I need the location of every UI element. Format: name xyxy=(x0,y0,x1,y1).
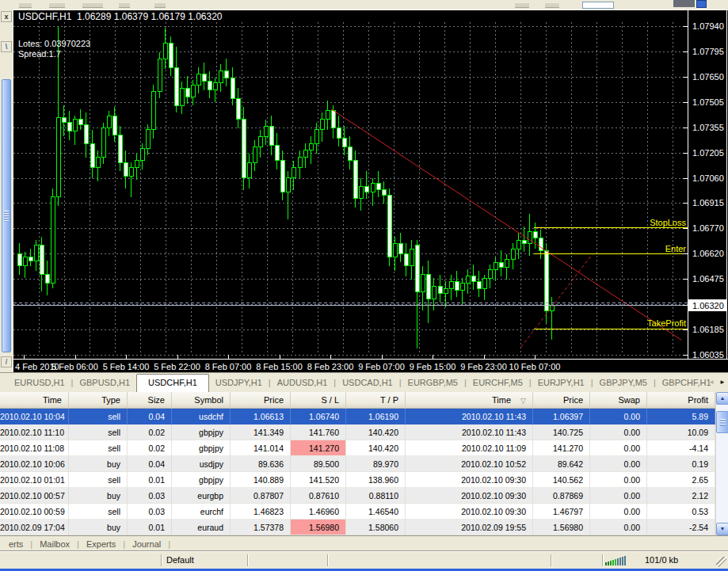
scroll-right-icon[interactable]: ► xyxy=(719,379,726,386)
candle-body xyxy=(174,67,178,105)
price-axis-label: 1.06915 xyxy=(692,198,724,207)
candle-body xyxy=(320,120,324,130)
terminal-tab-journal[interactable]: Journal xyxy=(125,539,168,549)
candle-body xyxy=(213,83,217,90)
table-row[interactable]: 2010.02.10 10:06buy0.04usdjpy89.63689.50… xyxy=(0,456,728,472)
scroll-down-icon[interactable]: ▼ xyxy=(716,523,728,535)
cell-size: 0.04 xyxy=(128,409,172,424)
current-price-label: 1.06320 xyxy=(692,301,724,310)
table-row[interactable]: 2010.02.10 00:59sell0.03eurchf1.468231.4… xyxy=(0,504,728,520)
cell-open_price: 1.06613 xyxy=(231,409,291,424)
scroll-up-icon[interactable]: ▲ xyxy=(716,392,728,405)
column-header-close_time[interactable]: Time▽ xyxy=(406,392,533,408)
signal-bar xyxy=(619,558,621,565)
line-tool-button[interactable]: \ xyxy=(1,41,12,52)
column-header-profit[interactable]: Profit xyxy=(647,392,715,408)
terminal-tab-erts[interactable]: erts xyxy=(2,539,30,549)
profile-label[interactable]: Default xyxy=(166,555,194,565)
toolbar-fragment xyxy=(49,3,65,8)
candle-body xyxy=(550,306,554,311)
time-axis[interactable]: 4 Feb 20105 Feb 06:005 Feb 14:005 Feb 22… xyxy=(13,360,728,372)
cell-swap: 0.00 xyxy=(590,488,647,504)
table-row[interactable]: 2010.02.10 00:57buy0.03eurgbp0.878070.87… xyxy=(0,488,728,504)
cell-symbol: gbpjpy xyxy=(172,424,231,440)
price-chart[interactable]: StopLossEnterTakeProfit1.079401.077951.0… xyxy=(13,10,728,360)
candle-body xyxy=(56,117,60,196)
column-header-tp[interactable]: T / P xyxy=(346,392,406,408)
chart-tab-gbpusd-h1[interactable]: GBPUSD,H1 xyxy=(73,374,136,393)
price-axis-label: 1.06185 xyxy=(692,325,724,334)
cell-type: sell xyxy=(69,504,128,520)
time-axis-label: 5 Feb 14:00 xyxy=(103,362,150,371)
column-header-open_price[interactable]: Price xyxy=(231,392,291,408)
cell-open_price: 1.46823 xyxy=(231,504,291,520)
cell-tp: 138.960 xyxy=(346,472,406,488)
chart-tab-eurusd-h1[interactable]: EURUSD,H1 xyxy=(8,374,71,393)
cell-size: 0.04 xyxy=(128,456,172,472)
candle-body xyxy=(444,288,448,294)
cell-size: 0.02 xyxy=(128,424,172,440)
scroll-left-icon[interactable]: ◄ xyxy=(708,379,715,386)
chart-tab-eurchf-m5[interactable]: EURCHF,M5 xyxy=(467,374,529,393)
cell-tp: 1.06190 xyxy=(346,409,406,424)
toolbar-fragment xyxy=(515,3,529,8)
candle-body xyxy=(101,128,105,158)
table-row[interactable]: 2010.02.09 17:04buy0.01euraud1.573781.56… xyxy=(0,520,728,535)
candle-body xyxy=(280,161,284,192)
toolbar-combobox-fragment[interactable] xyxy=(582,2,614,9)
column-header-sl[interactable]: S / L xyxy=(291,392,346,408)
column-header-symbol[interactable]: Symbol xyxy=(172,392,231,408)
chart-tab-gbpjpy-m5[interactable]: GBPJPY,M5 xyxy=(593,374,654,393)
candle-body xyxy=(376,183,380,190)
candle-body xyxy=(298,158,302,168)
price-axis-label: 1.07060 xyxy=(692,173,724,183)
candle-body xyxy=(460,284,464,291)
cell-sl: 89.500 xyxy=(291,456,346,472)
column-header-size[interactable]: Size xyxy=(128,392,172,408)
close-icon[interactable]: x xyxy=(1,11,12,22)
candle-body xyxy=(135,161,139,168)
toolbar-fragment xyxy=(154,3,166,8)
vertical-scrollbar[interactable] xyxy=(2,79,11,352)
table-row[interactable]: 2010.02.10 11:10sell0.02gbpjpy141.349141… xyxy=(0,424,728,440)
candle-body xyxy=(163,44,167,59)
cell-symbol: euraud xyxy=(172,520,231,535)
candle-body xyxy=(40,246,44,275)
cell-tp: 140.420 xyxy=(346,424,406,440)
chart-tab-usdchf-h1[interactable]: USDCHF,H1 xyxy=(136,374,209,393)
resize-grip[interactable] xyxy=(716,557,726,567)
candle-body xyxy=(421,275,425,292)
table-scrollbar[interactable]: ▲ ▼ xyxy=(715,392,728,535)
cell-size: 0.01 xyxy=(128,472,172,488)
chart-tab-eurgbp-m5[interactable]: EURGBP,M5 xyxy=(402,374,464,393)
terminal-tab-experts[interactable]: Experts xyxy=(79,539,123,549)
column-header-close_price[interactable]: Price xyxy=(533,392,590,408)
candle-body xyxy=(23,257,27,266)
table-row[interactable]: 2010.02.10 01:01sell0.01gbpjpy140.889141… xyxy=(0,472,728,488)
table-row[interactable]: 2010.02.10 10:04sell0.04usdchf1.066131.0… xyxy=(0,409,728,424)
column-header-open_time[interactable]: Time xyxy=(0,392,69,408)
cell-open_time: 2010.02.10 00:57 xyxy=(0,488,69,504)
cell-close_time: 2010.02.10 09:30 xyxy=(406,488,533,504)
chart-tab-bar: EURUSD,H1|GBPUSD,H1USDCHF,H1USDJPY,H1|AU… xyxy=(0,372,728,392)
column-header-swap[interactable]: Swap xyxy=(590,392,647,408)
column-header-type[interactable]: Type xyxy=(69,392,128,408)
toolbar-icon[interactable] xyxy=(696,0,707,8)
cell-open_price: 141.014 xyxy=(231,440,291,456)
chart-tab-usdjpy-h1[interactable]: USDJPY,H1 xyxy=(209,374,269,393)
candle-body xyxy=(348,147,352,160)
cell-sl: 1.06740 xyxy=(291,409,346,424)
terminal-tab-mailbox[interactable]: Mailbox xyxy=(32,539,77,549)
table-row[interactable]: 2010.02.10 11:08sell0.02gbpjpy141.014141… xyxy=(0,440,728,456)
scrollbar-thumb[interactable] xyxy=(716,411,728,433)
chart-tab-eurjpy-h1[interactable]: EURJPY,H1 xyxy=(532,374,591,393)
chart-tab-usdcad-h1[interactable]: USDCAD,H1 xyxy=(336,374,399,393)
chart-tab-audusd-h1[interactable]: AUDUSD,H1 xyxy=(271,374,334,393)
signal-bar xyxy=(605,562,607,565)
ea-spread-label: Spread:1.7 xyxy=(18,49,90,59)
cell-symbol: eurgbp xyxy=(172,488,231,504)
slash-tool-button[interactable]: / xyxy=(1,356,12,367)
connection-traffic-label: 101/0 kb xyxy=(645,555,678,565)
cell-profit: 0.53 xyxy=(647,504,715,520)
cell-profit: -4.14 xyxy=(647,440,715,456)
